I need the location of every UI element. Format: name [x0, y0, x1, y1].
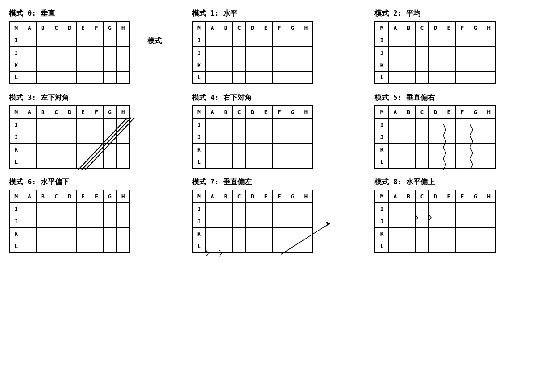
cell: [299, 34, 313, 46]
cell: [469, 143, 482, 156]
cell: C: [415, 21, 428, 34]
cell: J: [192, 215, 206, 227]
cell: [246, 34, 259, 46]
mode-3-grid: M A B C D E F G H I: [9, 105, 130, 169]
cell: [63, 240, 76, 252]
cell: F: [273, 106, 286, 118]
cell: [442, 118, 455, 131]
cell: M: [375, 21, 388, 34]
cell: B: [36, 106, 50, 118]
cell: C: [415, 106, 428, 118]
cell: [469, 59, 482, 71]
cell: [273, 143, 286, 156]
cell: [50, 240, 63, 252]
cell: [455, 227, 469, 240]
mode-1-block: 模式 1: 水平 M A B C D E F G H I: [192, 9, 362, 84]
cell: [415, 240, 428, 252]
cell: [273, 131, 286, 143]
cell: [23, 156, 36, 168]
cell: J: [9, 131, 23, 143]
cell: [402, 71, 415, 84]
cell: [36, 202, 50, 215]
cell: L: [9, 156, 23, 168]
cell: [219, 118, 233, 131]
cell: D: [246, 106, 259, 118]
cell: [402, 156, 415, 168]
cell: [90, 59, 103, 71]
cell: [63, 131, 76, 143]
cell: G: [286, 190, 299, 202]
cell: [482, 215, 495, 227]
cell: I: [192, 202, 206, 215]
cell: H: [299, 21, 313, 34]
cell: [219, 215, 233, 227]
mode-0-block: 模式 0: 垂直 M A B C D E F G H I: [9, 9, 179, 84]
cell: [402, 59, 415, 71]
cell: [428, 118, 442, 131]
cell: [482, 131, 495, 143]
mode-6-grid-wrapper: M A B C D E F G H I: [9, 190, 179, 253]
mode-0-note: 模式: [147, 37, 162, 46]
cell: I: [9, 118, 23, 131]
cell: [428, 156, 442, 168]
cell: C: [50, 106, 63, 118]
cell: K: [192, 59, 206, 71]
cell: [388, 143, 402, 156]
cell: H: [299, 190, 313, 202]
cell: [299, 202, 313, 215]
cell: [415, 156, 428, 168]
cell: [23, 46, 36, 59]
cell: [76, 59, 90, 71]
cell: [246, 227, 259, 240]
cell: [286, 118, 299, 131]
cell: [50, 227, 63, 240]
cell: [90, 227, 103, 240]
cell: [455, 131, 469, 143]
mode-4-grid-wrapper: M A B C D E F G H I: [192, 105, 362, 169]
cell: [90, 202, 103, 215]
cell: [273, 34, 286, 46]
cell: L: [9, 71, 23, 84]
mode-1-title: 模式 1: 水平: [192, 9, 362, 18]
cell: [286, 240, 299, 252]
cell: A: [23, 190, 36, 202]
cell: [482, 59, 495, 71]
cell: [206, 240, 219, 252]
cell: [428, 227, 442, 240]
cell: [273, 46, 286, 59]
cell: E: [259, 106, 273, 118]
cell: [469, 202, 482, 215]
cell: [23, 131, 36, 143]
cell: [219, 34, 233, 46]
cell: [469, 131, 482, 143]
cell: [259, 118, 273, 131]
cell: [442, 71, 455, 84]
cell: M: [375, 106, 388, 118]
cell: [259, 59, 273, 71]
cell: H: [116, 106, 130, 118]
cell: [76, 202, 90, 215]
cell: [23, 118, 36, 131]
cell: [206, 131, 219, 143]
cell: [50, 34, 63, 46]
cell: [23, 143, 36, 156]
cell: [273, 227, 286, 240]
cell: [116, 71, 130, 84]
mode-2-grid-wrapper: M A B C D E F G H I: [374, 21, 544, 84]
cell: I: [9, 34, 23, 46]
mode-5-grid: M A B C D E F G H I: [374, 105, 496, 169]
cell: [63, 118, 76, 131]
cell: B: [402, 190, 415, 202]
mode-7-title: 模式 7: 垂直偏左: [192, 177, 362, 187]
cell: [233, 71, 246, 84]
cell: L: [192, 71, 206, 84]
cell: C: [233, 106, 246, 118]
cell: [388, 227, 402, 240]
cell: K: [9, 59, 23, 71]
cell: D: [428, 106, 442, 118]
cell: [76, 131, 90, 143]
cell: K: [9, 143, 23, 156]
cell: [23, 34, 36, 46]
cell: [482, 143, 495, 156]
cell: [455, 34, 469, 46]
